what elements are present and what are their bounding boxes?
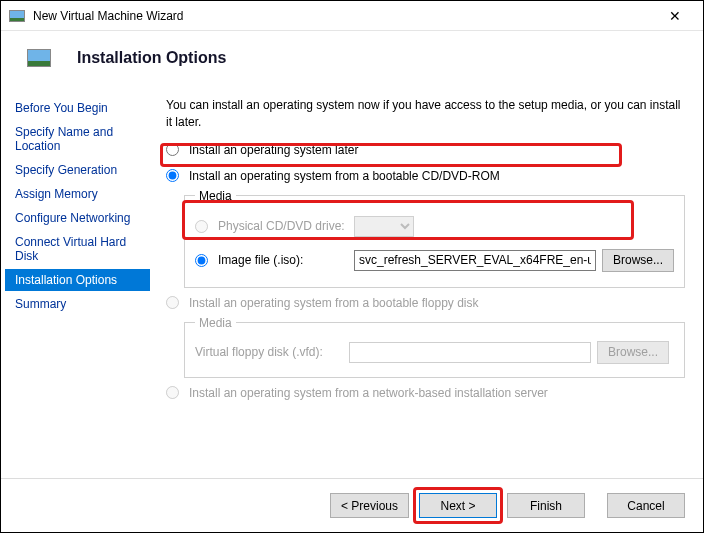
row-vfd: Virtual floppy disk (.vfd): Browse... [195, 341, 674, 364]
next-button[interactable]: Next > [419, 493, 497, 518]
option-physical-drive: Physical CD/DVD drive: [195, 214, 674, 239]
input-image-file[interactable] [354, 250, 596, 271]
sidebar-item-installation-options[interactable]: Installation Options [5, 269, 150, 291]
content-pane: You can install an operating system now … [150, 85, 703, 478]
option-install-later[interactable]: Install an operating system later [166, 141, 685, 159]
radio-install-network [166, 386, 179, 399]
radio-install-floppy [166, 296, 179, 309]
sidebar-item-assign-memory[interactable]: Assign Memory [5, 183, 150, 205]
option-install-cd[interactable]: Install an operating system from a boota… [166, 167, 685, 185]
page-title: Installation Options [77, 49, 226, 67]
sidebar-item-specify-name[interactable]: Specify Name and Location [5, 121, 150, 157]
wizard-window: New Virtual Machine Wizard ✕ Installatio… [0, 0, 704, 533]
wizard-icon [27, 49, 51, 67]
label-install-later: Install an operating system later [189, 143, 358, 157]
label-physical-drive: Physical CD/DVD drive: [218, 219, 348, 233]
previous-button[interactable]: < Previous [330, 493, 409, 518]
browse-vfd-button: Browse... [597, 341, 669, 364]
select-physical-drive [354, 216, 414, 237]
sidebar-item-before-you-begin[interactable]: Before You Begin [5, 97, 150, 119]
sidebar-item-configure-networking[interactable]: Configure Networking [5, 207, 150, 229]
input-vfd [349, 342, 591, 363]
label-install-network: Install an operating system from a netwo… [189, 386, 548, 400]
option-install-floppy: Install an operating system from a boota… [166, 294, 685, 312]
radio-install-later[interactable] [166, 143, 179, 156]
footer: < Previous Next > Finish Cancel [1, 478, 703, 532]
page-header: Installation Options [1, 31, 703, 85]
titlebar: New Virtual Machine Wizard ✕ [1, 1, 703, 31]
radio-install-cd[interactable] [166, 169, 179, 182]
sidebar-item-connect-vhd[interactable]: Connect Virtual Hard Disk [5, 231, 150, 267]
floppy-media-group: Media Virtual floppy disk (.vfd): Browse… [184, 316, 685, 378]
close-icon[interactable]: ✕ [655, 2, 695, 30]
radio-image-file[interactable] [195, 254, 208, 267]
intro-text: You can install an operating system now … [166, 97, 685, 131]
finish-button[interactable]: Finish [507, 493, 585, 518]
option-image-file[interactable]: Image file (.iso): Browse... [195, 247, 674, 274]
cd-media-legend: Media [195, 189, 236, 203]
browse-iso-button[interactable]: Browse... [602, 249, 674, 272]
app-icon [9, 10, 25, 22]
sidebar-item-summary[interactable]: Summary [5, 293, 150, 315]
label-image-file: Image file (.iso): [218, 253, 348, 267]
label-vfd: Virtual floppy disk (.vfd): [195, 345, 343, 359]
label-install-floppy: Install an operating system from a boota… [189, 296, 479, 310]
cancel-button[interactable]: Cancel [607, 493, 685, 518]
floppy-media-legend: Media [195, 316, 236, 330]
sidebar-item-specify-generation[interactable]: Specify Generation [5, 159, 150, 181]
label-install-cd: Install an operating system from a boota… [189, 169, 500, 183]
cd-media-group: Media Physical CD/DVD drive: Image file … [184, 189, 685, 288]
window-title: New Virtual Machine Wizard [33, 9, 655, 23]
sidebar: Before You Begin Specify Name and Locati… [1, 85, 150, 478]
radio-physical-drive [195, 220, 208, 233]
option-install-network: Install an operating system from a netwo… [166, 384, 685, 402]
